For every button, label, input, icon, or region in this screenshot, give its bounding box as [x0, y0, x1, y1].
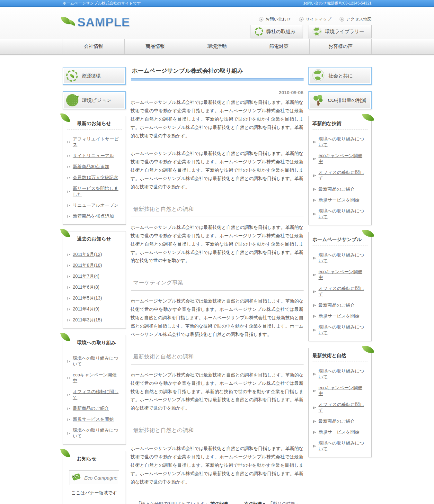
- list-item: 2011年8月(10): [67, 263, 121, 268]
- eco-link[interactable]: オフィスの移転に関して: [73, 389, 121, 401]
- sidebar-link[interactable]: ecoキャンペーン開催中: [319, 153, 367, 165]
- archive-link[interactable]: 2011年7月(4): [73, 274, 100, 279]
- sidebar-link[interactable]: オフィスの移転に関して: [319, 170, 367, 181]
- nav-item[interactable]: お客様の声: [309, 39, 371, 54]
- list-item: ecoキャンペーン開催中: [67, 372, 121, 384]
- news-link[interactable]: アフィリエイトサービス: [73, 136, 121, 148]
- utility-link-label: アクセス地図: [346, 16, 371, 22]
- main-article: ホームページサンプル株式会社の取り組み 2010-09-06 ホームページサンプ…: [131, 67, 304, 504]
- sidebar-link[interactable]: 環境への取り組みについて: [319, 324, 367, 336]
- step-arrow-icon: [67, 393, 70, 396]
- archive-link[interactable]: 2011年4月(9): [73, 306, 100, 312]
- utility-link[interactable]: アクセス地図: [340, 16, 371, 22]
- archive-link[interactable]: 2011年6月(8): [73, 284, 100, 290]
- eco-link[interactable]: ecoキャンペーン開催中: [73, 372, 121, 384]
- list-item: 最新商品のご紹介: [313, 419, 367, 424]
- initiatives-button[interactable]: 弊社の取組み: [251, 25, 303, 38]
- sidebar-link[interactable]: 環境への取り組みについて: [319, 440, 367, 452]
- archive-link[interactable]: 2011年8月(10): [73, 263, 102, 268]
- step-arrow-icon: [67, 377, 70, 380]
- list-item: オフィスの移転に関して: [313, 402, 367, 413]
- utility-link-label: お問い合わせ: [265, 16, 291, 22]
- utility-link[interactable]: お問い合わせ: [259, 16, 291, 22]
- eco-link[interactable]: 環境への取り組みについて: [73, 428, 121, 439]
- step-arrow-icon: [313, 390, 316, 392]
- article-pager: ← 「様々な分野で利用されています」 前の記事へ 次の記事へ 「製品の特徴」 →: [131, 501, 304, 504]
- sidebar-link[interactable]: 新規サービスを開始: [319, 313, 359, 319]
- globe-icon: [312, 27, 322, 36]
- next-article-label: 次の記事へ: [244, 501, 267, 504]
- news-link[interactable]: 新着商品を40点追加: [73, 213, 114, 219]
- list-item: 環境への取り組みについて: [313, 252, 367, 264]
- prev-article-link[interactable]: 様々な分野で利用されています: [141, 501, 205, 504]
- sidebar-link[interactable]: 最新商品のご紹介: [319, 186, 355, 192]
- page-title: ホームページサンプル株式会社の取り組み: [131, 67, 304, 75]
- sidebar-link[interactable]: オフィスの移転に関して: [319, 402, 367, 413]
- sidebar-link[interactable]: 環境への取り組みについて: [319, 136, 367, 148]
- eco-campagne-banner[interactable]: Eco Campagne: [69, 470, 119, 485]
- news-link[interactable]: 新着商品30点追加: [73, 164, 110, 170]
- list-item: 新着商品30点追加: [67, 164, 121, 170]
- next-article: 次の記事へ 「製品の特徴」 →: [244, 501, 303, 504]
- next-article-link[interactable]: 製品の特徴: [273, 501, 295, 504]
- circle-play-icon: [259, 17, 263, 22]
- list-item: 会員数10万人突破記念: [67, 175, 121, 181]
- nav-item[interactable]: 商品情報: [124, 39, 186, 54]
- news-link[interactable]: 会員数10万人突破記念: [73, 175, 119, 181]
- library-button[interactable]: 環境ライブラリー: [308, 25, 372, 38]
- article-paragraph: ホームページサンプル株式会社では最新技術と自然との調和を目指します。革新的な技術…: [131, 445, 304, 486]
- step-arrow-icon: [313, 315, 316, 318]
- utility-link[interactable]: サイトマップ: [299, 16, 331, 22]
- archive-title: 過去のお知らせ: [67, 236, 122, 245]
- sidebar-link[interactable]: ecoキャンペーン開催中: [319, 269, 367, 281]
- sidebar-link[interactable]: 環境への取り組みについて: [319, 252, 367, 264]
- society-feature-button[interactable]: 社会と共に: [308, 67, 372, 85]
- recycle-feature-button[interactable]: 資源循環: [63, 67, 126, 85]
- step-arrow-icon: [313, 188, 316, 191]
- news-link[interactable]: サイトリニューアル: [73, 153, 114, 159]
- list-item: 環境への取り組みについて: [67, 356, 121, 367]
- article-paragraph: ホームページサンプル株式会社では最新技術と自然との調和を目指します。革新的な技術…: [131, 223, 304, 265]
- eco-efforts-title: 環境への取り組み: [67, 340, 122, 349]
- eco-link[interactable]: 環境への取り組みについて: [73, 356, 121, 367]
- list-item: 新規サービスを開始: [313, 429, 367, 435]
- list-item: 2011年4月(9): [67, 306, 121, 312]
- co2-feature-button[interactable]: CO₂排出量の削減: [308, 91, 372, 109]
- step-arrow-icon: [313, 257, 316, 260]
- sidebar-link[interactable]: 新規サービスを開始: [319, 429, 359, 435]
- nav-item[interactable]: 環境活動: [186, 39, 248, 54]
- archive-link[interactable]: 2011年3月(15): [73, 317, 102, 323]
- step-arrow-icon: [67, 360, 70, 363]
- sidebar-link[interactable]: 最新商品のご紹介: [319, 419, 355, 424]
- step-arrow-icon: [67, 166, 70, 168]
- sidebar-link[interactable]: 新規サービスを開始: [319, 197, 359, 203]
- sidebar-link[interactable]: 環境への取り組みについて: [319, 208, 367, 220]
- eco-link[interactable]: 新規サービスを開始: [73, 417, 114, 422]
- list-item: 環境への取り組みについて: [313, 208, 367, 220]
- list-item: オフィスの移転に関して: [67, 389, 121, 401]
- site-logo[interactable]: SAMPLE: [61, 15, 130, 29]
- sidebar-link[interactable]: オフィスの移転に関して: [319, 286, 367, 297]
- archive-link[interactable]: 2011年9月(12): [73, 252, 102, 257]
- archive-link[interactable]: 2011年5月(13): [73, 295, 102, 301]
- left-arrow-icon: ←: [131, 501, 135, 504]
- vision-feature-button[interactable]: 環境ビジョン: [63, 91, 126, 109]
- step-arrow-icon: [67, 418, 70, 421]
- article-section: 最新技術と自然との調和 ホームページサンプル株式会社では最新技術と自然との調和を…: [131, 348, 304, 412]
- eco-efforts-box: 環境への取り組み 環境への取り組みについて ecoキャンペーン開催中: [63, 335, 126, 445]
- nav-item-label: 商品情報: [146, 43, 165, 49]
- top-bar: ホームページサンプル株式会社のサイトです お問い合わせ電話番号:03-12345…: [0, 0, 434, 7]
- left-sidebar: 資源循環 環境ビジョン 最新のお知らせ アフィリエイトサービス サイトリニュ: [63, 67, 126, 504]
- eco-link[interactable]: 最新商品のご紹介: [73, 406, 109, 411]
- sidebar-link[interactable]: ecoキャンペーン開催中: [319, 385, 367, 397]
- list-item: 2011年5月(13): [67, 295, 121, 301]
- nav-item[interactable]: 会社情報: [63, 39, 124, 54]
- step-arrow-icon: [67, 297, 70, 300]
- nav-item[interactable]: 節電対策: [248, 39, 309, 54]
- sidebar-link[interactable]: 環境への取り組みについて: [319, 368, 367, 380]
- sidebar-link[interactable]: 最新商品のご紹介: [319, 302, 355, 308]
- circle-play-icon: [340, 17, 344, 22]
- sample-links-title: ホームページサンプル: [313, 237, 368, 246]
- news-link[interactable]: 新サービスを開始しました: [73, 186, 121, 197]
- news-link[interactable]: リニューアルオープン: [73, 203, 119, 208]
